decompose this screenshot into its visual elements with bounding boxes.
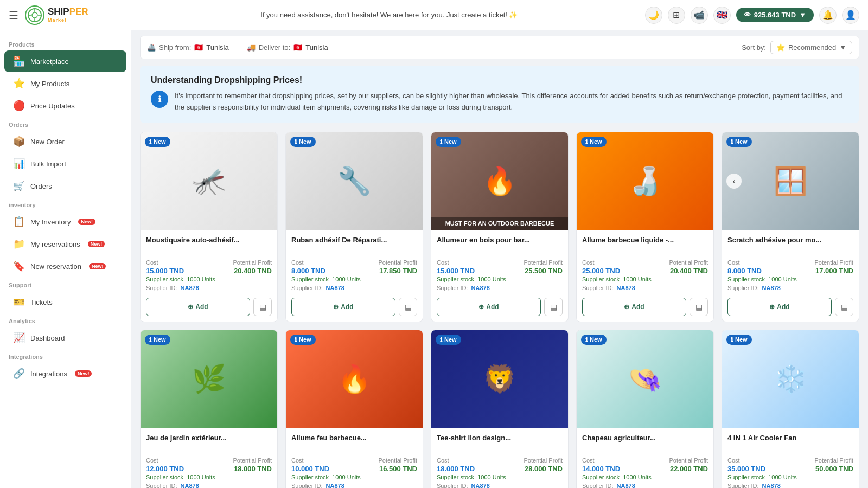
user-avatar[interactable]: 👤	[842, 7, 859, 24]
product-card[interactable]: 🔧 ℹ New Ruban adhésif De Réparati... Cos…	[285, 132, 423, 322]
sidebar-section-products: Products	[0, 37, 131, 50]
products-grid: 🦟 ℹ New Moustiquaire auto-adhésif... Cos…	[140, 132, 859, 488]
sidebar-item-tickets[interactable]: 🎫 Tickets	[4, 291, 126, 313]
product-card[interactable]: 🌿 ℹ New Jeu de jardin extérieur... Cost …	[140, 330, 278, 488]
price-values: 14.000 TND 22.000 TND	[582, 465, 708, 473]
product-image-wrap: 🔧 ℹ New	[286, 132, 423, 230]
new-badge-label: New	[735, 336, 748, 343]
product-card[interactable]: 🔥 ℹ New MUST FOR AN OUTDOOR BARBECUE All…	[431, 132, 569, 322]
dark-mode-icon[interactable]: 🌙	[645, 7, 662, 24]
spreadsheet-icon[interactable]: ⊞	[668, 7, 685, 24]
stock-row: Supplier stock 1000 Units	[146, 474, 272, 480]
sort-select[interactable]: ⭐ Recommended ▼	[770, 41, 852, 54]
add-button[interactable]: ⊕ Add	[582, 298, 686, 316]
carousel-prev-arrow[interactable]: ‹	[726, 174, 742, 189]
stock-value: 1000 Units	[332, 474, 361, 480]
sidebar-item-integrations[interactable]: 🔗 Integrations New!	[4, 363, 126, 384]
add-label: Add	[195, 303, 208, 311]
stock-row: Supplier stock 1000 Units	[291, 276, 417, 282]
ship-from: 🚢 Ship from: 🇹🇳 Tunisia	[147, 43, 229, 52]
sidebar-item-price-updates[interactable]: 🔴 Price Updates	[4, 95, 126, 117]
banner-text: If you need assistance, don't hesitate! …	[140, 11, 639, 19]
sidebar-item-dashboard[interactable]: 📈 Dashboard	[4, 327, 126, 349]
price-row: Cost Potential Profit	[582, 457, 708, 464]
my-inventory-icon: 📋	[13, 216, 25, 228]
info-badge-icon: ℹ	[295, 336, 297, 343]
language-flag[interactable]: 🇬🇧	[713, 7, 731, 24]
new-badge: ℹ New	[436, 137, 461, 147]
info-badge-icon: ℹ	[585, 138, 588, 145]
cost-value: 8.000 TND	[291, 267, 326, 275]
sort-chevron-icon: ▼	[839, 43, 846, 52]
sort-label: Sort by:	[742, 43, 766, 52]
product-actions: ⊕ Add ▤	[577, 298, 713, 322]
sidebar-item-my-products[interactable]: ⭐ My Products	[4, 73, 126, 94]
top-navigation: ☰ SHIPPER Market If you need assistance,…	[0, 0, 868, 30]
detail-button[interactable]: ▤	[690, 298, 708, 316]
add-label: Add	[631, 303, 644, 311]
info-badge-icon: ℹ	[440, 336, 442, 343]
detail-button[interactable]: ▤	[544, 298, 563, 316]
price-values: 15.000 TND 25.500 TND	[437, 267, 563, 275]
balance-button[interactable]: 👁 925.643 TND ▼	[736, 8, 814, 22]
product-card[interactable]: 🔥 ℹ New Allume feu barbecue... Cost Pote…	[285, 330, 423, 488]
sidebar-item-new-reservation[interactable]: 🔖 New reservation New!	[4, 255, 126, 277]
ship-from-label: Ship from:	[159, 43, 191, 52]
stock-value: 1000 Units	[477, 474, 506, 480]
product-name: 4 IN 1 Air Cooler Fan	[727, 433, 853, 453]
add-label: Add	[777, 303, 789, 311]
deliver-to-flag: 🇹🇳	[293, 43, 302, 52]
sidebar-item-new-order[interactable]: 📦 New Order	[4, 131, 126, 152]
product-image-wrap: 🌿 ℹ New	[141, 330, 277, 428]
cost-value: 8.000 TND	[727, 267, 762, 275]
stock-row: Supplier stock 1000 Units	[437, 474, 563, 480]
product-card[interactable]: ❄️ ℹ New 4 IN 1 Air Cooler Fan Cost Pote…	[722, 330, 859, 488]
product-illustration: 🪟	[722, 132, 859, 230]
product-info: Allume barbecue liquide -... Cost Potent…	[577, 230, 713, 298]
product-name: Jeu de jardin extérieur...	[146, 433, 272, 453]
my-reservations-icon: 📁	[13, 238, 25, 250]
detail-button[interactable]: ▤	[399, 298, 417, 316]
add-button[interactable]: ⊕ Add	[146, 298, 250, 316]
sidebar-item-my-reservations[interactable]: 📁 My reservations New!	[4, 233, 126, 255]
sidebar-label-tickets: Tickets	[30, 298, 53, 306]
cost-value: 18.000 TND	[437, 465, 475, 473]
reservations-new-badge: New!	[88, 241, 105, 247]
video-icon[interactable]: 📹	[691, 7, 708, 24]
info-banner-title: Understanding Dropshipping Prices!	[151, 75, 848, 85]
profit-value: 25.500 TND	[525, 267, 563, 275]
add-button[interactable]: ⊕ Add	[727, 298, 832, 316]
sidebar-item-my-inventory[interactable]: 📋 My Inventory New!	[4, 211, 126, 233]
price-row: Cost Potential Profit	[727, 259, 853, 266]
detail-button[interactable]: ▤	[835, 298, 853, 316]
stock-value: 1000 Units	[332, 276, 361, 282]
add-button[interactable]: ⊕ Add	[437, 298, 541, 316]
sidebar-item-marketplace[interactable]: 🏪 Marketplace	[4, 50, 126, 72]
product-image-wrap: 🔥 ℹ New	[286, 330, 423, 428]
cost-label: Cost	[582, 259, 595, 266]
notification-bell-icon[interactable]: 🔔	[819, 7, 837, 24]
orders-icon: 🛒	[13, 180, 25, 192]
detail-icon: ▤	[695, 303, 703, 311]
add-button[interactable]: ⊕ Add	[291, 298, 395, 316]
sidebar-item-bulk-import[interactable]: 📊 Bulk Import	[4, 153, 126, 175]
price-row: Cost Potential Profit	[437, 457, 563, 464]
cost-value: 35.000 TND	[727, 465, 765, 473]
new-badge: ℹ New	[581, 137, 607, 147]
add-plus-icon: ⊕	[769, 303, 775, 311]
sidebar-section-integrations: Integrations	[0, 349, 131, 362]
logo: SHIPPER Market	[25, 5, 133, 25]
product-card[interactable]: 🪟 ℹ New ‹ Scratch adhésive pour mo... Co…	[722, 132, 859, 322]
product-card[interactable]: 🍶 ℹ New Allume barbecue liquide -... Cos…	[576, 132, 714, 322]
sidebar-item-orders[interactable]: 🛒 Orders	[4, 175, 126, 197]
detail-button[interactable]: ▤	[253, 298, 272, 316]
product-card[interactable]: 🦁 ℹ New Tee-shirt lion design... Cost Po…	[431, 330, 569, 488]
product-info: Chapeau agriculteur... Cost Potential Pr…	[577, 428, 713, 488]
product-card[interactable]: 👒 ℹ New Chapeau agriculteur... Cost Pote…	[576, 330, 714, 488]
menu-icon[interactable]: ☰	[9, 9, 18, 22]
supplier-id: NA878	[326, 285, 344, 291]
stock-value: 1000 Units	[768, 474, 797, 480]
deliver-to-label: Deliver to:	[259, 43, 291, 52]
sidebar: Products 🏪 Marketplace ⭐ My Products 🔴 P…	[0, 30, 131, 488]
product-card[interactable]: 🦟 ℹ New Moustiquaire auto-adhésif... Cos…	[140, 132, 278, 322]
